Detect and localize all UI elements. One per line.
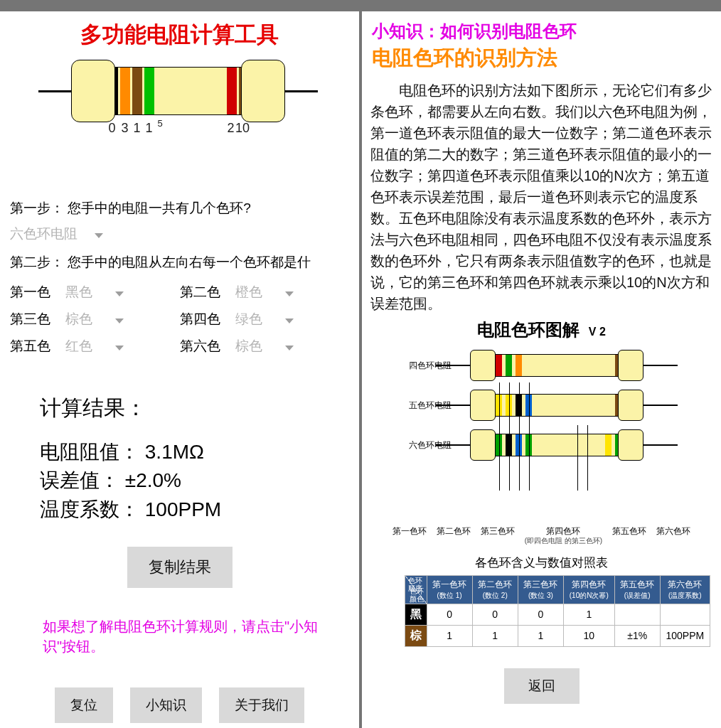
- diagram-band: [496, 355, 502, 376]
- diagram-resistors: 四色环电阻 五色环电阻 六色环电阻: [403, 350, 680, 493]
- color-selects: 第一色 黑色 第二色 橙色 第三色 棕色 第四色 绿色: [0, 279, 359, 360]
- copy-result-button[interactable]: 复制结果: [127, 547, 233, 588]
- tip-heading: 小知识：如何识别电阻色环: [362, 11, 721, 44]
- table-rowhead: 黑: [405, 604, 427, 625]
- diagram-band: [605, 434, 611, 456]
- color-1-label: 第一色: [10, 283, 54, 301]
- tip-button[interactable]: 小知识: [130, 687, 202, 723]
- sub-heading: 电阻色环的识别方法: [362, 44, 721, 78]
- table-cell: ±1%: [614, 625, 660, 646]
- ring-count-value: 六色环电阻: [10, 225, 78, 243]
- table-header: 第六色环(温度系数): [660, 575, 710, 604]
- leader-label: 第二色环: [437, 526, 471, 546]
- digit-3: 1: [131, 121, 143, 136]
- step1-question: 您手中的电阻一共有几个色环?: [68, 200, 251, 215]
- about-button[interactable]: 关于我们: [219, 687, 304, 723]
- back-button[interactable]: 返回: [504, 668, 580, 704]
- reset-button[interactable]: 复位: [55, 687, 113, 723]
- diagram-resistor-row: 六色环电阻: [403, 429, 680, 461]
- table-cell: 0: [518, 604, 563, 625]
- step2-question: 您手中的电阻从左向右每一个色环都是什: [68, 255, 311, 269]
- ring-count-select[interactable]: 六色环电阻: [10, 225, 103, 243]
- band-labels: 0 3 1 1 5 2 10: [105, 121, 251, 136]
- chevron-down-icon: [115, 291, 124, 296]
- result-block: 计算结果： 电阻阻值： 3.1MΩ 误差值： ±2.0% 温度系数： 100PP…: [40, 392, 359, 524]
- color-3-value: 棕色: [65, 310, 92, 328]
- resistor-preview: 0 3 1 1 5 2 10: [0, 58, 359, 151]
- resistance-label: 电阻阻值：: [40, 441, 139, 463]
- color-4-label: 第四色: [180, 310, 224, 328]
- tolerance-value: ±2.0%: [125, 469, 181, 491]
- leader-label: 第五色环: [612, 526, 646, 546]
- lead-right: [282, 90, 318, 92]
- step2-row: 第二步： 您手中的电阻从左向右每一个色环都是什: [0, 250, 359, 274]
- diagram-resistor: [457, 350, 656, 381]
- tip-hint: 如果想了解电阻色环计算规则，请点击"小知识"按钮。: [43, 616, 349, 656]
- chevron-down-icon: [115, 318, 124, 323]
- digit-6: 10: [234, 121, 251, 136]
- tempco-value: 100PPM: [145, 498, 221, 520]
- table-cell: 1: [518, 625, 563, 646]
- color-4-select[interactable]: 第四色 绿色: [180, 310, 350, 328]
- table-row: 棕11110±1%100PPM: [405, 625, 710, 646]
- diagram-band: [516, 355, 522, 376]
- table-cell: 1: [427, 625, 472, 646]
- table-cell: 0: [427, 604, 472, 625]
- table-cell: 0: [472, 604, 518, 625]
- table-cell: 100PPM: [660, 625, 710, 646]
- step1-label: 第一步：: [10, 200, 64, 215]
- leader-label: 第四色环(即四色电阻 的第三色环): [525, 526, 602, 546]
- digit-4: 1: [143, 121, 155, 136]
- band-2: [120, 68, 130, 114]
- explanation-text: 电阻色环的识别方法如下图所示，无论它们有多少条色环，都需要从左向右数。我们以六色…: [362, 78, 721, 314]
- table-header: 第三色环(数位 3): [518, 575, 563, 604]
- calculator-pane: 多功能电阻计算工具 0 3 1 1 5 2: [0, 11, 359, 728]
- color-5-value: 红色: [65, 337, 92, 355]
- leader-label: 第三色环: [481, 526, 515, 546]
- color-3-select[interactable]: 第三色 棕色: [10, 310, 180, 328]
- color-5-select[interactable]: 第五色 红色: [10, 337, 180, 355]
- chevron-down-icon: [285, 318, 294, 323]
- table-caption: 各色环含义与数值对照表: [362, 555, 721, 571]
- page-title: 多功能电阻计算工具: [0, 20, 359, 50]
- status-bar: [0, 0, 721, 11]
- resistance-value: 3.1MΩ: [145, 441, 204, 463]
- band-4: [144, 68, 154, 114]
- chevron-down-icon: [285, 346, 294, 350]
- color-2-value: 橙色: [235, 283, 262, 301]
- table-rowhead: 棕: [405, 625, 427, 646]
- tempco-label: 温度系数：: [40, 498, 139, 520]
- endcap-right: [241, 60, 285, 122]
- table-row: 黑0001: [405, 604, 710, 625]
- digit-2: 3: [119, 121, 131, 136]
- tolerance-label: 误差值：: [40, 469, 119, 491]
- color-1-select[interactable]: 第一色 黑色: [10, 283, 180, 301]
- band-5: [227, 68, 237, 114]
- diagram-version: V 2: [589, 326, 606, 338]
- diagram-resistor: [457, 429, 656, 461]
- band-3: [132, 68, 142, 114]
- chevron-down-icon: [115, 346, 124, 350]
- table-header: 第四色环(10的N次幂): [564, 575, 615, 604]
- leader-labels: 第一色环第二色环第三色环第四色环(即四色电阻 的第三色环)第五色环第六色环: [362, 526, 721, 546]
- table-header: 第五色环(误差值): [614, 575, 660, 604]
- color-5-label: 第五色: [10, 337, 54, 355]
- color-table: 色环顺序色环颜色第一色环(数位 1)第二色环(数位 2)第三色环(数位 3)第四…: [405, 575, 710, 647]
- table-cell: [614, 604, 660, 625]
- color-6-value: 棕色: [235, 337, 262, 355]
- leader-label: 第一色环: [392, 526, 427, 546]
- chevron-down-icon: [95, 233, 103, 238]
- table-cell: [660, 604, 710, 625]
- color-4-value: 绿色: [235, 310, 262, 328]
- step2-label: 第二步：: [10, 255, 64, 269]
- leader-lines: [414, 465, 670, 493]
- color-2-select[interactable]: 第二色 橙色: [180, 283, 350, 301]
- digit-1: 0: [105, 121, 119, 136]
- diagram-resistor-row: 五色环电阻: [403, 390, 680, 421]
- chevron-down-icon: [285, 291, 294, 296]
- color-2-label: 第二色: [180, 283, 224, 301]
- color-6-select[interactable]: 第六色 棕色: [180, 337, 350, 355]
- step1-row: 第一步： 您手中的电阻一共有几个色环?: [0, 196, 359, 220]
- table-header: 第二色环(数位 2): [472, 575, 518, 604]
- table-cell: 1: [472, 625, 518, 646]
